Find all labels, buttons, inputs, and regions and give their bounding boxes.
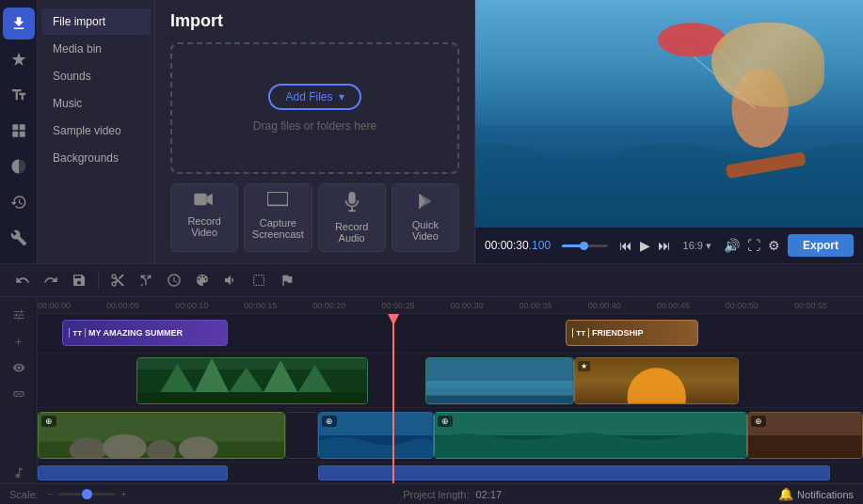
blue-track [38, 463, 863, 483]
quick-video-icon [416, 192, 435, 215]
scale-plus-icon[interactable]: + [120, 489, 126, 499]
fullscreen-button[interactable]: ⛶ [747, 238, 760, 253]
color-button[interactable] [189, 267, 216, 293]
side-menu-file-import[interactable]: File import [41, 8, 151, 35]
chevron-down-icon: ▾ [339, 90, 344, 103]
svg-rect-24 [137, 392, 367, 403]
clip-dark-transition[interactable] [285, 412, 318, 459]
toolbar-separator-1 [98, 271, 99, 290]
redo-button[interactable] [38, 267, 64, 293]
aspect-ratio[interactable]: 16:9 ▾ [679, 238, 716, 254]
icon-import[interactable] [3, 8, 35, 39]
side-menu-backgrounds[interactable]: Backgrounds [41, 145, 151, 171]
audio-button[interactable] [217, 267, 244, 293]
settings-button[interactable]: ⚙ [768, 238, 780, 253]
track-settings-button[interactable] [6, 305, 32, 325]
play-button[interactable]: ▶ [640, 238, 650, 253]
record-audio-tool[interactable]: RecordAudio [318, 183, 386, 252]
icon-text[interactable] [3, 79, 35, 111]
scale-minus-icon[interactable]: − [48, 489, 54, 499]
notifications-button[interactable]: 🔔 Notifications [778, 487, 854, 501]
blue-clip-1[interactable] [38, 465, 228, 480]
clip-friendship[interactable]: TTFRIENDSHIP [566, 320, 697, 346]
bell-icon: 🔔 [778, 487, 793, 501]
icon-tools[interactable] [3, 222, 35, 254]
svg-rect-10 [475, 0, 863, 136]
preview-image [475, 0, 863, 228]
side-menu-sample-video[interactable]: Sample video [41, 118, 151, 144]
icon-bar [0, 0, 38, 263]
title-track: TTMY AMAZING SUMMER TTFRIENDSHIP [38, 314, 863, 354]
record-video-tool[interactable]: RecordVideo [170, 183, 238, 252]
notifications-label: Notifications [797, 489, 854, 500]
clip-ocean-main[interactable]: ⊕ [318, 412, 434, 459]
save-button[interactable] [66, 267, 92, 293]
toolbar [0, 263, 863, 297]
timeline-left-controls: + [0, 297, 38, 483]
svg-rect-7 [348, 192, 355, 204]
svg-rect-27 [426, 381, 573, 396]
add-track-button[interactable]: + [6, 331, 32, 352]
svg-point-12 [732, 69, 790, 149]
project-length: Project length: 02:17 [136, 489, 769, 500]
flag-button[interactable] [274, 267, 300, 293]
clip-savanna[interactable]: ⊕ [38, 412, 285, 459]
clip-teal[interactable]: ⊕ [434, 412, 747, 459]
timeline-area: + 00:00:0000:00:0500:00:1000:00:1500:00:… [0, 297, 863, 483]
clip-my-amazing-summer[interactable]: TTMY AMAZING SUMMER [62, 320, 227, 346]
side-menu: File import Media bin Sounds Music Sampl… [38, 0, 155, 263]
forward-button[interactable]: ⏭ [658, 238, 671, 253]
svg-rect-0 [12, 124, 18, 130]
svg-rect-41 [748, 435, 862, 458]
clip-warm[interactable]: ⊕ [747, 412, 863, 459]
side-menu-media-bin[interactable]: Media bin [41, 36, 151, 62]
import-tools: RecordVideo CaptureScreencast RecordAudi… [170, 183, 459, 252]
import-panel: Import Add Files ▾ Drag files or folders… [155, 0, 475, 263]
blue-clip-2[interactable] [318, 465, 830, 480]
playhead[interactable] [392, 314, 394, 483]
preview-controls: 00:00:30.100 ⏮ ▶ ⏭ 16:9 ▾ 🔊 ⛶ ⚙ Export [475, 228, 863, 263]
undo-button[interactable] [9, 267, 36, 293]
record-video-label: RecordVideo [187, 215, 220, 238]
layout-button[interactable] [246, 267, 272, 293]
video-preview: 00:00:30.100 ⏮ ▶ ⏭ 16:9 ▾ 🔊 ⛶ ⚙ Export [475, 0, 863, 263]
eye-button[interactable] [6, 357, 32, 378]
side-menu-music[interactable]: Music [41, 90, 151, 117]
svg-rect-3 [19, 132, 24, 137]
clip-forest[interactable] [136, 357, 368, 404]
link-button[interactable] [6, 384, 32, 404]
clip-sunset[interactable]: ★ [574, 357, 739, 404]
icon-effects[interactable] [3, 43, 35, 75]
import-title: Import [170, 11, 459, 31]
capture-screencast-icon [267, 192, 288, 213]
export-button[interactable]: Export [788, 234, 854, 257]
icon-transitions[interactable] [3, 150, 35, 182]
cut-button[interactable] [104, 267, 131, 293]
speed-button[interactable] [161, 267, 187, 293]
time-ruler: 00:00:0000:00:0500:00:1000:00:1500:00:20… [38, 297, 863, 314]
icon-history[interactable] [3, 186, 35, 218]
capture-screencast-label: CaptureScreencast [252, 217, 304, 240]
clip-beach[interactable] [425, 357, 574, 404]
rewind-button[interactable]: ⏮ [619, 238, 632, 253]
split-button[interactable] [133, 267, 159, 293]
svg-point-16 [658, 23, 727, 56]
svg-rect-1 [19, 124, 24, 130]
capture-screencast-tool[interactable]: CaptureScreencast [244, 183, 312, 252]
scale-slider[interactable] [58, 493, 115, 496]
tracks-container: TTMY AMAZING SUMMER TTFRIENDSHIP [38, 314, 863, 483]
drop-zone[interactable]: Add Files ▾ Drag files or folders here [170, 42, 459, 174]
icon-overlay[interactable] [3, 115, 35, 147]
record-audio-label: RecordAudio [335, 221, 368, 244]
scale-control: − + [48, 489, 127, 499]
quick-video-label: QuickVideo [412, 219, 439, 242]
audio-track-button[interactable] [6, 463, 32, 483]
time-display: 00:00:30.100 [485, 239, 551, 252]
quick-video-tool[interactable]: QuickVideo [392, 183, 459, 252]
record-video-icon [194, 192, 215, 212]
progress-bar[interactable] [562, 244, 607, 247]
side-menu-sounds[interactable]: Sounds [41, 63, 151, 89]
drop-zone-text: Drag files or folders here [253, 119, 376, 133]
volume-button[interactable]: 🔊 [724, 238, 740, 253]
add-files-button[interactable]: Add Files ▾ [268, 84, 360, 110]
